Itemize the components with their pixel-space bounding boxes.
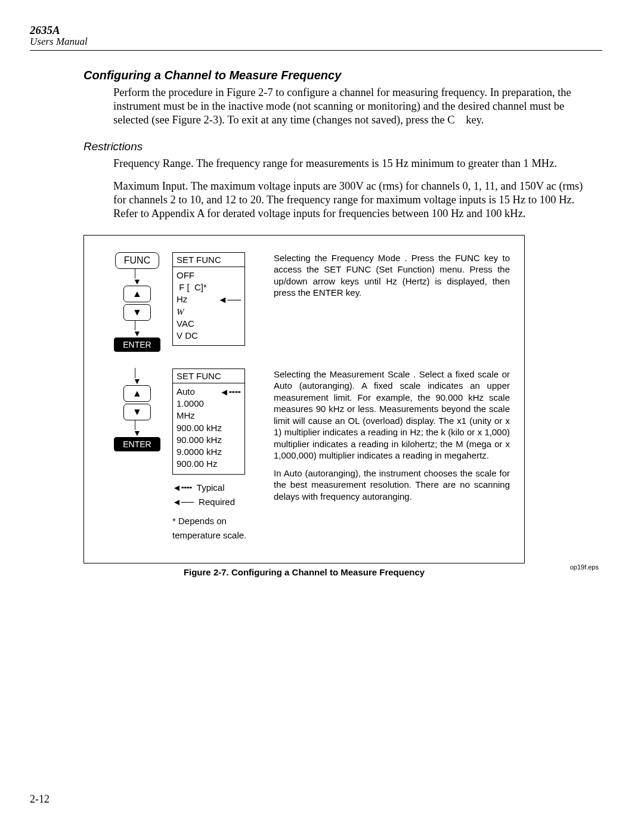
page-header: 2635A Users Manual [30,24,602,48]
menu1-item: Hz◄── [177,293,241,305]
menu1-item: OFF [177,270,241,281]
header-rule [30,50,602,51]
menu2-item: 900.00 kHz [177,422,241,434]
arrow-down-icon: │▼ [133,321,141,337]
section-body: Perform the procedure in Figure 2-7 to c… [113,86,590,127]
flow-column-2: │▼ ▲ ▼ │▼ ENTER [98,368,176,451]
legend: ◄╍╍ Typical ◄── Required * Depends on te… [172,481,256,543]
menu1-item: V DC [177,330,241,342]
menu1-item: F [ C]* [177,281,241,293]
menu2-item: 9.0000 kHz [177,446,241,458]
legend-typical: ◄╍╍ Typical [172,481,256,495]
pointer-left-icon: ◄── [218,293,241,306]
step-2: │▼ ▲ ▼ │▼ ENTER SET FUNC Auto◄╍╍ 1.0000 … [98,368,510,543]
menu1-header: SET FUNC [173,253,244,267]
step2-description-col: Selecting the Measurement Scale . Select… [256,368,510,503]
up-arrow-key: ▲ [123,385,151,402]
arrow-down-icon: │▼ [133,368,141,385]
arrow-down-icon: │▼ [133,420,141,437]
eps-filename: op19f.eps [570,563,599,571]
step2-description-b: In Auto (autoranging), the instrument ch… [274,467,510,503]
page-number: 2-12 [30,793,49,806]
procedure-figure: FUNC │▼ ▲ ▼ │▼ ENTER SET FUNC OFF F [ C]… [83,235,525,563]
enter-key: ENTER [114,437,160,451]
page: 2635A Users Manual Configuring a Channel… [0,0,644,833]
pointer-left-dashed-icon: ◄╍╍ [219,386,241,399]
figure-caption: Figure 2-7. Configuring a Channel to Mea… [83,567,525,577]
restrictions-p2: Maximum Input. The maximum voltage input… [113,179,590,221]
section-title: Configuring a Channel to Measure Frequen… [83,69,602,82]
pointer-left-dashed-icon: ◄╍╍ [172,481,192,495]
down-arrow-key: ▼ [123,404,151,420]
flow-column-1: FUNC │▼ ▲ ▼ │▼ ENTER [98,252,176,352]
updown-keys: ▲ ▼ [123,286,151,321]
arrow-down-icon: │▼ [133,269,141,286]
step2-description-a: Selecting the Measurement Scale . Select… [274,368,510,462]
step-1: FUNC │▼ ▲ ▼ │▼ ENTER SET FUNC OFF F [ C]… [98,252,510,352]
menu2-item: 1.0000 MHz [177,398,241,422]
step1-description: Selecting the Frequency Mode . Press the… [256,252,510,299]
menu2-item: Auto◄╍╍ [177,386,241,398]
header-subtitle: Users Manual [30,36,602,48]
restrictions-title: Restrictions [83,140,602,153]
menu1-body: OFF F [ C]* Hz◄── W VAC V DC [173,267,244,346]
menu2-item: 900.00 Hz [177,458,241,470]
menu-1: SET FUNC OFF F [ C]* Hz◄── W VAC V DC [172,252,256,346]
menu1-item: VAC [177,318,241,330]
menu2-header: SET FUNC [173,369,244,383]
up-arrow-key: ▲ [123,286,151,302]
legend-note: * Depends on temperature scale. [172,514,268,543]
updown-keys: ▲ ▼ [123,385,151,420]
pointer-left-icon: ◄── [172,495,194,509]
func-key: FUNC [115,252,159,269]
menu-2-and-legend: SET FUNC Auto◄╍╍ 1.0000 MHz 900.00 kHz 9… [172,368,256,543]
legend-required: ◄── Required [172,495,256,509]
restrictions-p1: Frequency Range. The frequency range for… [113,157,590,171]
down-arrow-key: ▼ [123,304,151,321]
header-model: 2635A [30,24,602,37]
enter-key: ENTER [114,337,160,352]
menu2-body: Auto◄╍╍ 1.0000 MHz 900.00 kHz 90.000 kHz… [173,383,244,474]
menu2-item: 90.000 kHz [177,434,241,446]
menu1-item: W [177,306,241,318]
